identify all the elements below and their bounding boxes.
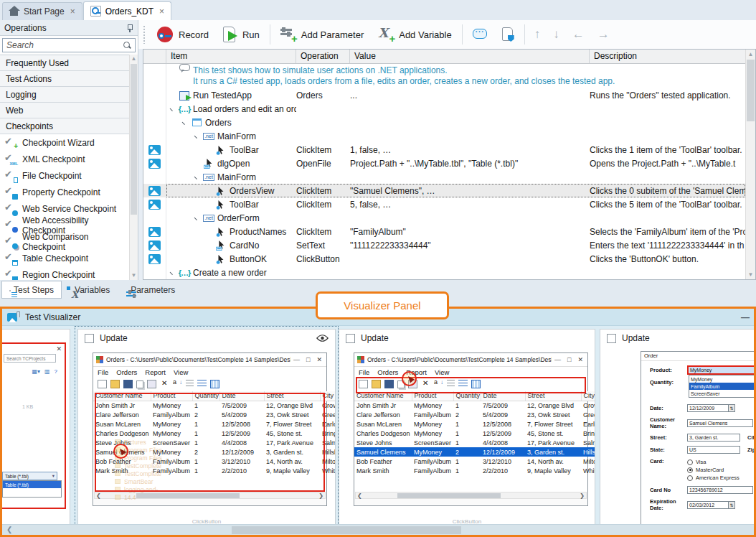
pin-icon[interactable] <box>126 24 133 32</box>
step-row[interactable]: ToolBar ClickItem 1, false, … Clicks the… <box>143 143 745 157</box>
category-logging[interactable]: Logging <box>0 87 129 103</box>
orders-toolbar-icon <box>186 380 194 388</box>
category-test-actions[interactable]: Test Actions <box>0 71 129 87</box>
scrollbar-thumb[interactable] <box>232 526 461 534</box>
order-row: Steve JohnsScreenSaver14/4/200817, Park … <box>354 438 595 447</box>
step-row[interactable]: ToolBar ClickItem 5, false, … Clicks the… <box>143 197 745 211</box>
step-row[interactable]: {…}Create a new order <box>143 266 745 279</box>
comment-row[interactable]: This test shows how to simulate user act… <box>143 64 745 88</box>
visualizer-callout: Visualizer Panel <box>316 291 449 319</box>
step-row[interactable]: CardNo SetText "1111222233334444" Enters… <box>143 238 745 252</box>
radio-icon <box>687 475 693 481</box>
expand-caret-icon[interactable] <box>169 106 176 113</box>
expand-caret-icon[interactable] <box>194 174 201 181</box>
dialog-toolbar-icons: ▦▾▥? <box>32 368 57 375</box>
step-row[interactable]: ButtonOK ClickButton Clicks the 'ButtonO… <box>143 252 745 266</box>
category-frequently-used[interactable]: Frequently Used <box>0 55 129 71</box>
category-checkpoints[interactable]: Checkpoints <box>0 118 129 134</box>
search-icon[interactable] <box>123 42 131 50</box>
update-checkbox[interactable] <box>346 334 355 343</box>
visualizer-image-icon[interactable] <box>148 227 161 237</box>
thumbnail-open-dialog[interactable]: ✕ Search TCProjects ▦▾▥? 1 KB Table (*.t… <box>2 329 70 524</box>
record-button[interactable]: Record <box>152 24 213 45</box>
menu-file: File <box>98 368 108 376</box>
sidebar-item-region-checkpoint[interactable]: ✔ Region Checkpoint <box>0 266 129 280</box>
step-row[interactable]: dlgOpen OpenFile Project.Path + "..\MyTa… <box>143 157 745 170</box>
sidebar-item-label: Web Service Checkpoint <box>22 204 116 214</box>
sidebar-item-checkpoint-wizard[interactable]: ✔+ Checkpoint Wizard <box>0 134 129 151</box>
thumbnail-update-toolbar[interactable]: Update Orders - C:\Users\Public\Document… <box>339 329 595 524</box>
column-value[interactable]: Value <box>350 50 590 63</box>
step-description: Selects the 'FamilyAlbum' item of the 'P… <box>590 227 745 237</box>
tab-orders-kdt[interactable]: Orders_KDT × <box>83 1 171 20</box>
tab-variables[interactable]: Variables <box>62 281 118 299</box>
visualizer-image-icon[interactable] <box>148 186 161 196</box>
group-icon: {…} <box>178 105 191 113</box>
visualizer-scrollbar[interactable]: ❮ <box>2 524 754 535</box>
step-row[interactable]: Orders <box>143 116 745 129</box>
visualizer-image-icon[interactable] <box>148 241 161 251</box>
field-label: Card: <box>650 458 687 464</box>
expand-caret-icon[interactable] <box>194 133 201 140</box>
add-parameter-button[interactable]: + Add Parameter <box>276 24 368 45</box>
category-web[interactable]: Web <box>0 103 129 118</box>
run-button[interactable]: Run <box>219 24 264 45</box>
order-form-dialog: Order Product: MyMoney MyMoneyFamilyAlbu… <box>641 351 754 524</box>
column-operation[interactable]: Operation <box>296 50 350 63</box>
update-checkbox[interactable] <box>607 334 616 343</box>
scrollbar-thumb[interactable] <box>747 60 755 121</box>
add-comment-button[interactable] <box>468 25 491 44</box>
operations-panel: Operations Search Frequently UsedTest Ac… <box>0 20 138 280</box>
step-row[interactable]: ProductNames ClickItem "FamilyAlbum" Sel… <box>143 225 745 238</box>
step-row[interactable]: .netMainForm <box>143 129 745 143</box>
visualizer-image-icon[interactable] <box>148 200 161 210</box>
net-icon: .net <box>202 215 215 222</box>
sidebar-item-web-comparison-checkpoint[interactable]: ✔ Web Comparison Checkpoint <box>0 233 129 250</box>
thumbnail-update-orderform[interactable]: Update Order Product: MyMoney MyMoneyFam… <box>600 329 754 524</box>
sidebar-scrollbar[interactable]: ▲▼ <box>129 55 138 280</box>
step-row[interactable]: Run TestedApp Orders ... Runs the "Order… <box>143 88 745 102</box>
steps-scrollbar[interactable]: ▲▼ <box>745 50 755 279</box>
close-icon[interactable]: × <box>70 6 75 17</box>
sidebar-item-file-checkpoint[interactable]: ✔ File Checkpoint <box>0 167 129 184</box>
toolbar-grip[interactable] <box>143 25 146 44</box>
close-icon[interactable]: × <box>159 6 164 17</box>
sidebar-item-table-checkpoint[interactable]: ✔ Table Checkpoint <box>0 250 129 266</box>
visualizer-image-icon[interactable] <box>148 254 161 264</box>
search-input[interactable]: Search <box>2 38 136 52</box>
step-row[interactable]: {…}Load orders and edit an order <box>143 102 745 116</box>
step-value: Project.Path + "..\MyTable.tbl", "Table … <box>350 159 590 169</box>
step-row[interactable]: OrdersView ClickItem "Samuel Clemens", …… <box>143 184 745 197</box>
sidebar-item-xml-checkpoint[interactable]: ✔XML XML Checkpoint <box>0 151 129 167</box>
thumbnail-update-grid[interactable]: Update Orders - C:\Users\Public\Document… <box>77 329 336 524</box>
update-checkbox[interactable] <box>85 334 94 343</box>
expand-caret-icon[interactable] <box>169 269 176 276</box>
move-down-button[interactable]: ↓ <box>549 27 563 42</box>
move-right-button[interactable]: → <box>594 27 613 42</box>
grid-column: City <box>581 391 595 401</box>
add-label-button[interactable] <box>497 24 519 45</box>
tab-start-page[interactable]: Start Page × <box>2 2 82 20</box>
click-window-icon <box>214 241 227 251</box>
move-up-button[interactable]: ↑ <box>531 27 544 42</box>
step-row[interactable]: .netMainForm <box>143 170 745 184</box>
expand-caret-icon[interactable] <box>194 215 201 222</box>
step-row[interactable]: .netOrderForm <box>143 211 745 225</box>
minimize-icon[interactable]: — <box>741 312 749 322</box>
testcomplete-window: Start Page × Orders_KDT × Operations Sea… <box>0 0 756 537</box>
visualizer-image-icon[interactable] <box>148 145 161 155</box>
scrollbar-thumb[interactable] <box>131 64 137 215</box>
add-variable-button[interactable]: X+ Add Variable <box>374 24 455 45</box>
column-item[interactable]: Item <box>166 50 296 63</box>
visualizer-image-icon[interactable] <box>148 159 161 169</box>
move-left-button[interactable]: ← <box>569 27 588 42</box>
column-description[interactable]: Description <box>590 50 755 63</box>
eye-icon[interactable] <box>316 334 329 342</box>
tab-test-steps[interactable]: Test Steps <box>1 281 62 299</box>
tab-parameters[interactable]: Parameters <box>118 281 183 299</box>
web-service-checkpoint-icon: ✔ <box>4 203 17 215</box>
expand-caret-icon[interactable] <box>181 119 189 126</box>
sidebar-item-property-checkpoint[interactable]: ✔ Property Checkpoint <box>0 184 129 200</box>
click-icon <box>214 227 227 237</box>
close-icon: ✕ <box>316 356 322 363</box>
